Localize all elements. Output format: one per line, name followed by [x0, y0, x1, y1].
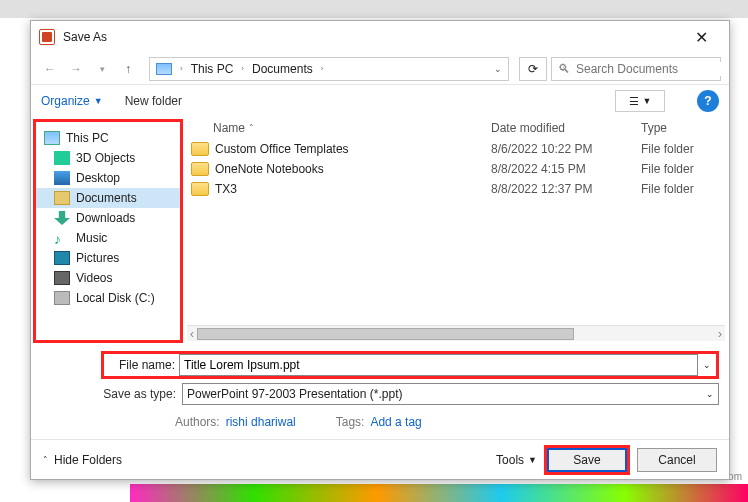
chevron-down-icon: ▼	[528, 455, 537, 465]
nav-forward-button[interactable]: →	[65, 58, 87, 80]
search-box[interactable]: 🔍︎	[551, 57, 721, 81]
organize-menu[interactable]: Organize▼	[41, 94, 103, 108]
folder-icon	[191, 182, 209, 196]
file-name: Custom Office Templates	[215, 142, 349, 156]
sort-indicator-icon: ˄	[249, 123, 254, 133]
search-input[interactable]	[576, 62, 726, 76]
table-row[interactable]: TX3 8/8/2022 12:37 PM File folder	[183, 179, 729, 199]
music-icon: ♪	[54, 231, 70, 245]
sidebar-item-label: Videos	[76, 271, 112, 285]
hide-folders-toggle[interactable]: ˄Hide Folders	[43, 453, 122, 467]
chevron-right-icon: ›	[319, 64, 326, 73]
file-name: OneNote Notebooks	[215, 162, 324, 176]
savetype-select[interactable]: PowerPoint 97-2003 Presentation (*.ppt)⌄	[182, 383, 719, 405]
column-header-date[interactable]: Date modified	[491, 121, 641, 135]
save-as-dialog: Save As ✕ ← → ▾ ↑ › This PC › Documents …	[30, 20, 730, 480]
authors-label: Authors:	[175, 415, 220, 429]
sidebar-item-label: Documents	[76, 191, 137, 205]
chevron-down-icon: ▼	[94, 96, 103, 106]
sidebar-item-label: 3D Objects	[76, 151, 135, 165]
refresh-button[interactable]: ⟳	[519, 57, 547, 81]
tools-menu[interactable]: Tools▼	[496, 453, 537, 467]
view-icon: ☰	[629, 95, 639, 108]
breadcrumb[interactable]: Documents	[248, 60, 317, 78]
file-date: 8/8/2022 12:37 PM	[491, 182, 641, 196]
file-type: File folder	[641, 142, 721, 156]
chevron-down-icon: ⌄	[706, 389, 714, 399]
sidebar-item-label: Music	[76, 231, 107, 245]
breadcrumb[interactable]: This PC	[187, 60, 238, 78]
column-header-name[interactable]: Name ˄	[191, 121, 491, 135]
folder-icon	[191, 162, 209, 176]
file-type: File folder	[641, 182, 721, 196]
address-dropdown[interactable]: ⌄	[494, 64, 502, 74]
filename-label: File name:	[104, 354, 179, 376]
titlebar: Save As ✕	[31, 21, 729, 53]
sidebar-item-documents[interactable]: Documents	[36, 188, 180, 208]
tags-value[interactable]: Add a tag	[370, 415, 421, 429]
pc-icon	[44, 131, 60, 145]
view-options-button[interactable]: ☰ ▼	[615, 90, 665, 112]
table-row[interactable]: Custom Office Templates 8/6/2022 10:22 P…	[183, 139, 729, 159]
table-row[interactable]: OneNote Notebooks 8/8/2022 4:15 PM File …	[183, 159, 729, 179]
videos-icon	[54, 271, 70, 285]
chevron-right-icon: ›	[178, 64, 185, 73]
tags-label: Tags:	[336, 415, 365, 429]
file-name: TX3	[215, 182, 237, 196]
desktop-icon	[54, 171, 70, 185]
sidebar-item-videos[interactable]: Videos	[36, 268, 180, 288]
pc-icon	[156, 63, 172, 75]
filename-input[interactable]	[179, 354, 698, 376]
downloads-icon	[54, 211, 70, 225]
savetype-label: Save as type:	[101, 387, 176, 401]
scrollbar-thumb[interactable]	[197, 328, 574, 340]
navigation-tree: This PC 3D Objects Desktop Documents Dow…	[33, 119, 183, 343]
filename-dropdown[interactable]: ⌄	[698, 360, 716, 370]
documents-icon	[54, 191, 70, 205]
3d-objects-icon	[54, 151, 70, 165]
chevron-up-icon: ˄	[43, 455, 48, 465]
horizontal-scrollbar[interactable]: ‹›	[187, 325, 725, 341]
sidebar-item-pictures[interactable]: Pictures	[36, 248, 180, 268]
sidebar-item-desktop[interactable]: Desktop	[36, 168, 180, 188]
folder-icon	[191, 142, 209, 156]
dialog-title: Save As	[63, 30, 107, 44]
scroll-right-icon: ›	[715, 327, 725, 341]
sidebar-item-label: Local Disk (C:)	[76, 291, 155, 305]
close-button[interactable]: ✕	[681, 28, 721, 47]
nav-recent-dropdown[interactable]: ▾	[91, 58, 113, 80]
powerpoint-icon	[39, 29, 55, 45]
sidebar-item-label: This PC	[66, 131, 109, 145]
sidebar-item-music[interactable]: ♪Music	[36, 228, 180, 248]
sidebar-item-label: Desktop	[76, 171, 120, 185]
cancel-button[interactable]: Cancel	[637, 448, 717, 472]
nav-back-button[interactable]: ←	[39, 58, 61, 80]
sidebar-item-3d-objects[interactable]: 3D Objects	[36, 148, 180, 168]
save-button[interactable]: Save	[547, 448, 627, 472]
file-type: File folder	[641, 162, 721, 176]
sidebar-item-downloads[interactable]: Downloads	[36, 208, 180, 228]
sidebar-item-this-pc[interactable]: This PC	[36, 128, 180, 148]
authors-value[interactable]: rishi dhariwal	[226, 415, 296, 429]
file-list: Name ˄ Date modified Type Custom Office …	[183, 117, 729, 345]
refresh-icon: ⟳	[528, 62, 538, 76]
new-folder-button[interactable]: New folder	[125, 94, 182, 108]
disk-icon	[54, 291, 70, 305]
help-button[interactable]: ?	[697, 90, 719, 112]
file-date: 8/8/2022 4:15 PM	[491, 162, 641, 176]
pictures-icon	[54, 251, 70, 265]
chevron-down-icon: ▼	[643, 96, 652, 106]
nav-up-button[interactable]: ↑	[117, 58, 139, 80]
scroll-left-icon: ‹	[187, 327, 197, 341]
chevron-right-icon: ›	[239, 64, 246, 73]
sidebar-item-local-disk[interactable]: Local Disk (C:)	[36, 288, 180, 308]
sidebar-item-label: Pictures	[76, 251, 119, 265]
sidebar-item-label: Downloads	[76, 211, 135, 225]
column-header-type[interactable]: Type	[641, 121, 721, 135]
file-date: 8/6/2022 10:22 PM	[491, 142, 641, 156]
search-icon: 🔍︎	[558, 62, 570, 76]
address-bar[interactable]: › This PC › Documents › ⌄	[149, 57, 509, 81]
